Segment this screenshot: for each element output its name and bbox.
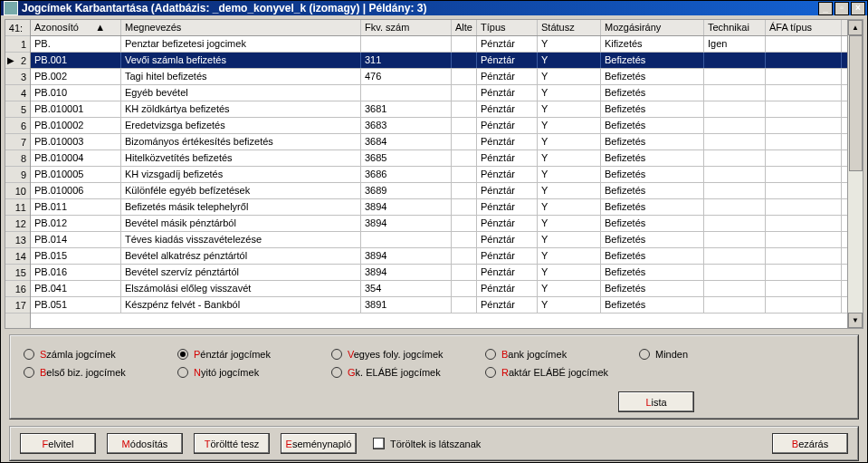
cell[interactable]: [766, 297, 842, 313]
row-header[interactable]: 9: [5, 167, 30, 183]
cell[interactable]: [766, 36, 842, 52]
cell[interactable]: [704, 216, 766, 231]
cell[interactable]: [452, 281, 477, 296]
cell[interactable]: [452, 36, 477, 52]
cell[interactable]: [766, 69, 842, 84]
cell[interactable]: 3689: [361, 183, 452, 198]
cell[interactable]: Y: [538, 248, 601, 264]
cell[interactable]: PB.010004: [31, 150, 121, 166]
cell[interactable]: Bevétel másik pénztárból: [121, 216, 361, 231]
cell[interactable]: [766, 265, 842, 280]
cell[interactable]: [452, 232, 477, 247]
cell[interactable]: Befizetés: [601, 85, 704, 101]
table-row[interactable]: PB.014Téves kiadás visszavételezésePénzt…: [31, 232, 847, 248]
toroltek-checkbox[interactable]: Töröltek is látszanak: [373, 438, 481, 449]
cell[interactable]: [704, 134, 766, 150]
cell[interactable]: [452, 85, 477, 101]
bezaras-button[interactable]: Bezárás: [772, 433, 848, 454]
cell[interactable]: [452, 134, 477, 150]
cell[interactable]: Különféle egyéb befízetések: [121, 183, 361, 198]
radio-gk[interactable]: Gk. ELÁBÉ jogcímek: [331, 363, 485, 381]
cell[interactable]: Pénztár: [477, 167, 538, 182]
table-row[interactable]: PB.010Egyéb bevételPénztárYBefizetés: [31, 85, 847, 101]
cell[interactable]: Pénztár: [477, 85, 538, 101]
cell[interactable]: PB.014: [31, 232, 121, 247]
cell[interactable]: PB.010001: [31, 101, 121, 117]
cell[interactable]: [452, 297, 477, 313]
table-row[interactable]: PB.015Bevétel alkatrész pénztártól3894Pé…: [31, 248, 847, 265]
modositas-button[interactable]: Módosítás: [107, 433, 183, 454]
cell[interactable]: 3894: [361, 265, 452, 280]
cell[interactable]: Befizetés: [601, 265, 704, 280]
cell[interactable]: Pénztár: [477, 183, 538, 198]
table-row[interactable]: PB.002Tagi hitel befizetés476PénztárYBef…: [31, 69, 847, 85]
cell[interactable]: Y: [538, 281, 601, 296]
cell[interactable]: 3685: [361, 150, 452, 166]
cell[interactable]: [452, 150, 477, 166]
cell[interactable]: PB.041: [31, 281, 121, 296]
radio-penztar[interactable]: Pénztár jogcímek: [177, 345, 331, 363]
cell[interactable]: Befizetés: [601, 53, 704, 68]
cell[interactable]: PB.012: [31, 216, 121, 231]
cell[interactable]: Y: [538, 167, 601, 182]
row-header[interactable]: 3: [5, 69, 30, 85]
cell[interactable]: Kifizetés: [601, 36, 704, 52]
cell[interactable]: Pénztár: [477, 232, 538, 247]
data-grid[interactable]: 41: 1▶234567891011121314151617 Azonosító…: [5, 19, 863, 329]
cell[interactable]: [452, 53, 477, 68]
col-afatipus[interactable]: ÁFA típus: [766, 20, 842, 35]
cell[interactable]: [452, 248, 477, 264]
cell[interactable]: PB.010003: [31, 134, 121, 150]
radio-vegyes[interactable]: Vegyes foly. jogcímek: [331, 345, 485, 363]
cell[interactable]: [704, 69, 766, 84]
cell[interactable]: Y: [538, 150, 601, 166]
row-header[interactable]: 4: [5, 85, 30, 101]
cell[interactable]: 3683: [361, 118, 452, 133]
cell[interactable]: 3894: [361, 248, 452, 264]
cell[interactable]: [452, 69, 477, 84]
cell[interactable]: [361, 232, 452, 247]
esemenynaplo-button[interactable]: Eseménynapló: [281, 433, 357, 454]
cell[interactable]: [704, 101, 766, 117]
row-header[interactable]: 16: [5, 281, 30, 297]
vertical-scrollbar[interactable]: ▲ ▼: [847, 20, 863, 328]
table-row[interactable]: PB.010001KH zöldkártya befizetés3681Pénz…: [31, 101, 847, 118]
cell[interactable]: Penztar befizetesi jogcimek: [121, 36, 361, 52]
cell[interactable]: [766, 216, 842, 231]
row-header[interactable]: 15: [5, 265, 30, 281]
col-tipus[interactable]: Típus: [477, 20, 538, 35]
cell[interactable]: Y: [538, 36, 601, 52]
table-row[interactable]: PB.Penztar befizetesi jogcimekPénztárYKi…: [31, 36, 847, 53]
cell[interactable]: PB.010006: [31, 183, 121, 198]
cell[interactable]: Készpénz felvét - Bankból: [121, 297, 361, 313]
cell[interactable]: [361, 36, 452, 52]
cell[interactable]: Pénztár: [477, 101, 538, 117]
table-row[interactable]: PB.051Készpénz felvét - Bankból3891Pénzt…: [31, 297, 847, 313]
cell[interactable]: Pénztár: [477, 53, 538, 68]
cell[interactable]: Y: [538, 118, 601, 133]
col-technikai[interactable]: Technikai: [704, 20, 766, 35]
cell[interactable]: [766, 85, 842, 101]
scroll-down-icon[interactable]: ▼: [848, 313, 863, 328]
cell[interactable]: Pénztár: [477, 216, 538, 231]
cell[interactable]: PB.015: [31, 248, 121, 264]
table-row[interactable]: PB.001Vevői számla befizetés311PénztárYB…: [31, 53, 847, 69]
cell[interactable]: [766, 199, 842, 215]
cell[interactable]: [452, 199, 477, 215]
col-alte[interactable]: Alte: [452, 20, 477, 35]
radio-bank[interactable]: Bank jogcímek: [485, 345, 639, 363]
table-row[interactable]: PB.010006Különféle egyéb befízetések3689…: [31, 183, 847, 199]
minimize-button[interactable]: _: [818, 2, 833, 15]
cell[interactable]: Téves kiadás visszavételezése: [121, 232, 361, 247]
cell[interactable]: [361, 85, 452, 101]
cell[interactable]: Pénztár: [477, 118, 538, 133]
lista-button[interactable]: Lista: [618, 391, 694, 412]
row-header[interactable]: 6: [5, 118, 30, 134]
cell[interactable]: Tagi hitel befizetés: [121, 69, 361, 84]
row-header[interactable]: 10: [5, 183, 30, 199]
cell[interactable]: Befizetés: [601, 150, 704, 166]
cell[interactable]: Pénztár: [477, 36, 538, 52]
cell[interactable]: [452, 167, 477, 182]
close-button[interactable]: ×: [851, 2, 865, 15]
cell[interactable]: PB.001: [31, 53, 121, 68]
